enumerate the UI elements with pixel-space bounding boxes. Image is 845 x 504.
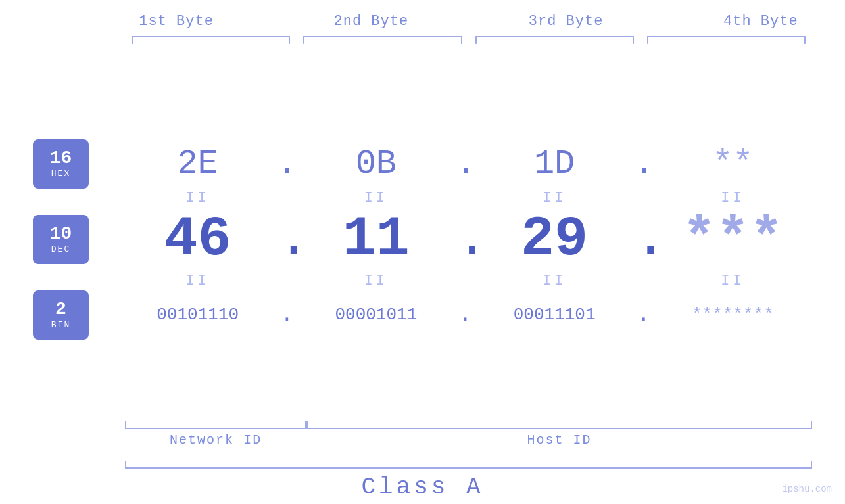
hex-badge-wrapper: 16 HEX	[33, 139, 118, 189]
data-rows-wrapper: 16 HEX 2E . 0B . 1D . ** II II II II	[33, 57, 812, 421]
equals-2-b3: II	[475, 273, 634, 289]
bin-dot1: .	[277, 303, 297, 327]
equals-1-b4: II	[654, 190, 812, 206]
bin-b3: 00011101	[475, 305, 634, 325]
dec-b2: 11	[297, 212, 455, 267]
hex-b2: 0B	[297, 145, 455, 183]
bin-row-group: 2 BIN 00101110 . 00001011 . 00011101 . *…	[33, 290, 812, 340]
equals-1-b1: II	[118, 190, 277, 206]
class-label: Class A	[361, 474, 483, 501]
dec-dot3: .	[634, 208, 654, 271]
hex-b4: **	[654, 145, 812, 183]
hex-base-label: HEX	[51, 169, 70, 179]
bracket-b1	[132, 36, 290, 44]
byte2-header: 2nd Byte	[274, 13, 468, 30]
dec-b1: 46	[118, 212, 277, 267]
class-label-row: Class A	[33, 474, 812, 501]
bin-cells: 00101110 . 00001011 . 00011101 . *******…	[118, 303, 812, 327]
bottom-section: Network ID Host ID	[125, 421, 812, 447]
dec-cells: 46 . 11 . 29 . ***	[118, 208, 812, 271]
dec-dot2: .	[456, 208, 475, 271]
byte4-header: 4th Byte	[664, 13, 845, 30]
equals-spacer-left-1	[33, 190, 118, 206]
bin-b1: 00101110	[118, 305, 277, 325]
dec-row-group: 10 DEC 46 . 11 . 29 . ***	[33, 208, 812, 271]
equals-dot-sp6	[634, 273, 654, 289]
dec-dot1: .	[277, 208, 297, 271]
bottom-brackets	[125, 421, 812, 429]
equals-dot-sp3	[634, 190, 654, 206]
byte3-header: 3rd Byte	[469, 13, 664, 30]
bracket-b3	[475, 36, 634, 44]
hex-dot1: .	[277, 145, 297, 183]
hex-b1: 2E	[118, 145, 277, 183]
equals-1-b2: II	[297, 190, 455, 206]
equals-row-2: II II II II	[33, 271, 812, 290]
top-brackets	[125, 36, 812, 44]
equals-2-b4: II	[654, 273, 812, 289]
dec-base-num: 10	[50, 224, 72, 244]
equals-dot-sp4	[277, 273, 297, 289]
bin-badge: 2 BIN	[33, 290, 89, 340]
equals-spacer-left-2	[33, 273, 118, 289]
bin-b4: ********	[654, 305, 812, 325]
dec-badge: 10 DEC	[33, 215, 89, 264]
equals-row-1: II II II II	[33, 189, 812, 208]
hex-b3: 1D	[475, 145, 634, 183]
dec-badge-wrapper: 10 DEC	[33, 215, 118, 264]
hex-base-num: 16	[50, 149, 72, 169]
hex-badge: 16 HEX	[33, 139, 89, 189]
equals-dot-sp1	[277, 190, 297, 206]
dec-b3: 29	[475, 212, 634, 267]
byte1-header: 1st Byte	[79, 13, 274, 30]
full-bracket-row	[125, 461, 812, 469]
dec-b4: ***	[654, 212, 812, 267]
bin-dot3: .	[634, 303, 654, 327]
host-id-label: Host ID	[306, 432, 812, 447]
bin-base-num: 2	[55, 300, 66, 320]
bin-base-label: BIN	[51, 320, 70, 330]
network-id-label: Network ID	[125, 432, 306, 447]
hex-dot3: .	[634, 145, 654, 183]
equals-2-b2: II	[297, 273, 455, 289]
watermark: ipshu.com	[782, 484, 832, 494]
dec-base-label: DEC	[51, 244, 70, 254]
full-bracket	[125, 461, 812, 469]
equals-dot-sp2	[456, 190, 475, 206]
bin-badge-wrapper: 2 BIN	[33, 290, 118, 340]
bracket-b4	[647, 36, 806, 44]
equals-2-b1: II	[118, 273, 277, 289]
bracket-b2	[303, 36, 462, 44]
equals-dot-sp5	[456, 273, 475, 289]
main-container: 1st Byte 2nd Byte 3rd Byte 4th Byte 16 H…	[0, 0, 845, 504]
network-bracket	[125, 421, 306, 429]
hex-dot2: .	[456, 145, 475, 183]
hex-row-group: 16 HEX 2E . 0B . 1D . **	[33, 139, 812, 189]
host-bracket	[306, 421, 812, 429]
hex-cells: 2E . 0B . 1D . **	[118, 145, 812, 183]
bin-dot2: .	[456, 303, 475, 327]
bin-b2: 00001011	[297, 305, 455, 325]
equals-1-b3: II	[475, 190, 634, 206]
bottom-labels: Network ID Host ID	[125, 432, 812, 447]
byte-headers: 1st Byte 2nd Byte 3rd Byte 4th Byte	[79, 13, 845, 30]
